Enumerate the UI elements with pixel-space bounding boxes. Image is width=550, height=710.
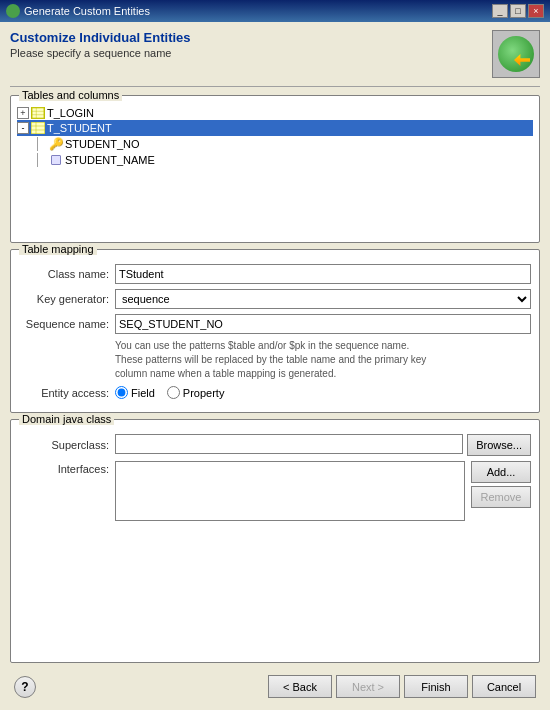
browse-button[interactable]: Browse...: [467, 434, 531, 456]
page-title: Customize Individual Entities: [10, 30, 191, 45]
bottom-left: ?: [14, 676, 36, 698]
interfaces-textarea[interactable]: [115, 461, 465, 521]
key-generator-select[interactable]: sequence identity native uuid: [115, 289, 531, 309]
tree-item-student-name[interactable]: STUDENT_NAME: [17, 152, 533, 168]
tree-item-t-student[interactable]: - T_STUDENT: [17, 120, 533, 136]
radio-field-label[interactable]: Field: [115, 386, 155, 399]
page-subtitle: Please specify a sequence name: [10, 47, 191, 59]
header-divider: [10, 86, 540, 87]
key-generator-label: Key generator:: [19, 293, 109, 305]
interfaces-label: Interfaces:: [19, 461, 109, 475]
next-button[interactable]: Next >: [336, 675, 400, 698]
domain-panel-label: Domain java class: [19, 413, 114, 425]
pk-icon-student-no: 🔑: [49, 137, 63, 151]
cancel-button[interactable]: Cancel: [472, 675, 536, 698]
mapping-panel-label: Table mapping: [19, 243, 97, 255]
help-button[interactable]: ?: [14, 676, 36, 698]
window-title: Generate Custom Entities: [24, 5, 150, 17]
superclass-label: Superclass:: [19, 439, 109, 451]
window-icon: [6, 4, 20, 18]
back-button[interactable]: < Back: [268, 675, 332, 698]
col-icon-student-name: [49, 153, 63, 167]
radio-field-text: Field: [131, 387, 155, 399]
svg-rect-4: [31, 122, 45, 134]
table-icon-t-student: [31, 121, 45, 135]
svg-rect-0: [32, 108, 44, 118]
add-interface-button[interactable]: Add...: [471, 461, 531, 483]
header-text: Customize Individual Entities Please spe…: [10, 30, 191, 59]
radio-property-text: Property: [183, 387, 225, 399]
interface-buttons: Add... Remove: [471, 461, 531, 508]
close-button[interactable]: ×: [528, 4, 544, 18]
tree-label-t-student: T_STUDENT: [47, 122, 112, 134]
header-logo: [492, 30, 540, 78]
entity-access-radio-group: Field Property: [115, 386, 224, 399]
logo-arrow: [514, 54, 530, 66]
superclass-row: Superclass: Browse...: [19, 434, 531, 456]
logo-circle: [498, 36, 534, 72]
entity-access-label: Entity access:: [19, 387, 109, 399]
remove-interface-button[interactable]: Remove: [471, 486, 531, 508]
title-bar: Generate Custom Entities _ □ ×: [0, 0, 550, 22]
class-name-input[interactable]: [115, 264, 531, 284]
header-section: Customize Individual Entities Please spe…: [10, 30, 540, 78]
window-controls: _ □ ×: [492, 4, 544, 18]
maximize-button[interactable]: □: [510, 4, 526, 18]
key-generator-row: Key generator: sequence identity native …: [19, 289, 531, 309]
radio-property-input[interactable]: [167, 386, 180, 399]
expand-t-student[interactable]: -: [17, 122, 29, 134]
sequence-name-label: Sequence name:: [19, 318, 109, 330]
domain-panel: Domain java class Superclass: Browse... …: [10, 419, 540, 663]
entity-access-row: Entity access: Field Property: [19, 386, 531, 399]
tree-item-t-login[interactable]: + T_LOGIN: [17, 106, 533, 120]
tree-item-student-no[interactable]: 🔑 STUDENT_NO: [17, 136, 533, 152]
bottom-bar: ? < Back Next > Finish Cancel: [10, 669, 540, 702]
minimize-button[interactable]: _: [492, 4, 508, 18]
expand-t-login[interactable]: +: [17, 107, 29, 119]
table-icon-t-login: [31, 107, 45, 119]
superclass-input-wrap: Browse...: [115, 434, 531, 456]
mapping-panel: Table mapping Class name: Key generator:…: [10, 249, 540, 413]
bottom-right: < Back Next > Finish Cancel: [268, 675, 536, 698]
tree-label-student-no: STUDENT_NO: [65, 138, 140, 150]
radio-field-input[interactable]: [115, 386, 128, 399]
superclass-input[interactable]: [115, 434, 463, 454]
tree-label-student-name: STUDENT_NAME: [65, 154, 155, 166]
tree-label-t-login: T_LOGIN: [47, 107, 94, 119]
tables-panel: Tables and columns + T_LOGIN: [10, 95, 540, 243]
class-name-label: Class name:: [19, 268, 109, 280]
radio-property-label[interactable]: Property: [167, 386, 225, 399]
class-name-row: Class name:: [19, 264, 531, 284]
interfaces-row: Interfaces: Add... Remove: [19, 461, 531, 521]
window-content: Customize Individual Entities Please spe…: [0, 22, 550, 710]
sequence-hint: You can use the patterns $table and/or $…: [115, 339, 531, 381]
sequence-name-row: Sequence name:: [19, 314, 531, 334]
sequence-name-input[interactable]: [115, 314, 531, 334]
tree-container[interactable]: + T_LOGIN -: [17, 106, 533, 236]
tables-panel-label: Tables and columns: [19, 89, 122, 101]
finish-button[interactable]: Finish: [404, 675, 468, 698]
